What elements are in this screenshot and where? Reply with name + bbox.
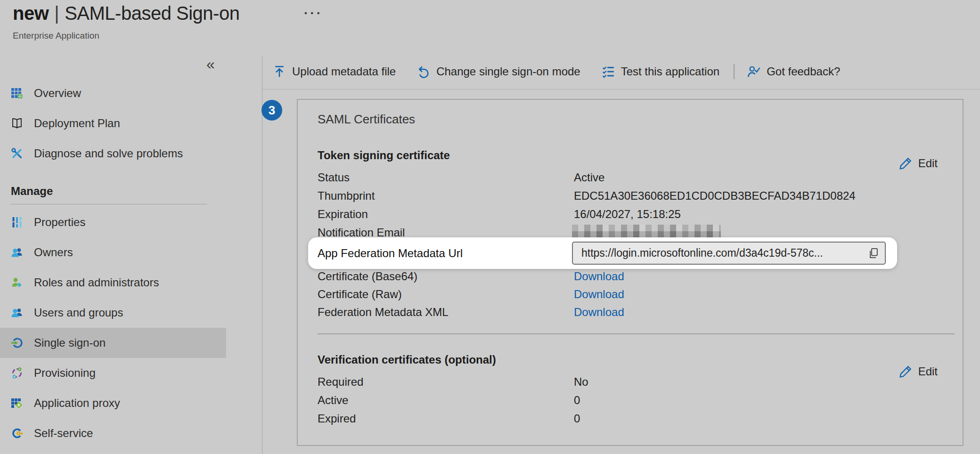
sidebar-item-label: Single sign-on	[34, 336, 106, 349]
sidebar-item-roles[interactable]: Roles and administrators	[0, 268, 226, 298]
copy-icon[interactable]	[867, 247, 880, 259]
token-certificate-heading: Token signing certificate	[318, 149, 450, 162]
download-raw-link[interactable]: Download	[574, 288, 624, 300]
status-row: Status Active	[298, 171, 963, 185]
sidebar-item-label: Roles and administrators	[34, 276, 159, 289]
edit-pencil-icon	[898, 155, 913, 171]
step-badge: 3	[261, 100, 282, 121]
roles-icon	[11, 276, 23, 289]
self-service-icon	[11, 427, 23, 439]
saml-certificates-card: SAML Certificates Token signing certific…	[297, 99, 964, 446]
single-sign-on-icon	[11, 337, 23, 349]
provisioning-icon	[11, 367, 23, 379]
sidebar-item-label: Application proxy	[34, 397, 120, 410]
azure-portal-screen: new|SAML-based Sign-on ··· Enterprise Ap…	[0, 0, 980, 454]
page-kind-title: SAML-based Sign-on	[65, 3, 239, 24]
required-label: Required	[318, 375, 363, 389]
expiration-value: 16/04/2027, 15:18:25	[574, 208, 681, 221]
metadata-url-label: App Federation Metadata Url	[318, 247, 463, 260]
sidebar-item-label: Owners	[34, 246, 73, 259]
sidebar-item-label: Overview	[34, 87, 81, 100]
verification-certificates-heading: Verification certificates (optional)	[318, 353, 496, 366]
sidebar-item-label: Provisioning	[34, 366, 96, 380]
status-label: Status	[318, 171, 350, 184]
test-application-button[interactable]: Test this application	[601, 65, 719, 79]
change-sso-mode-button[interactable]: Change single sign-on mode	[416, 65, 580, 79]
feedback-button[interactable]: Got feedback?	[747, 65, 840, 79]
sidebar-item-diagnose[interactable]: Diagnose and solve problems	[0, 138, 226, 169]
upload-metadata-button[interactable]: Upload metadata file	[272, 65, 396, 79]
toolbar-separator	[734, 64, 735, 79]
sidebar-section-manage: Manage	[11, 185, 53, 198]
command-bar: Upload metadata file Change single sign-…	[262, 57, 980, 87]
sidebar-divider	[262, 56, 262, 454]
status-value: Active	[574, 171, 604, 184]
page-title: new|SAML-based Sign-on	[13, 3, 239, 24]
certificate-base64-row: Certificate (Base64) Download	[298, 270, 963, 284]
page-subtitle: Enterprise Application	[13, 31, 239, 41]
sidebar-item-deployment-plan[interactable]: Deployment Plan	[0, 108, 226, 138]
active-value: 0	[574, 394, 580, 407]
owners-icon	[11, 246, 23, 259]
users-groups-icon	[11, 307, 23, 319]
more-options-button[interactable]: ···	[304, 7, 323, 20]
sidebar-item-label: Diagnose and solve problems	[34, 147, 183, 160]
sidebar-item-label: Self-service	[34, 427, 93, 440]
expired-value: 0	[574, 412, 580, 425]
federation-xml-label: Federation Metadata XML	[318, 306, 449, 319]
page-header: new|SAML-based Sign-on ··· Enterprise Ap…	[13, 3, 239, 41]
metadata-url-value: https://login.microsoftonline.com/d3a4c1…	[581, 247, 867, 259]
download-federation-xml-link[interactable]: Download	[574, 306, 624, 318]
metadata-url-field[interactable]: https://login.microsoftonline.com/d3a4c1…	[572, 242, 886, 265]
sidebar-item-self-service[interactable]: Self-service	[0, 418, 226, 448]
certificate-base64-label: Certificate (Base64)	[318, 270, 417, 283]
active-label: Active	[318, 394, 348, 407]
sidebar-item-label: Properties	[34, 216, 85, 229]
sidebar-item-overview[interactable]: Overview	[0, 78, 226, 108]
sidebar-item-users-groups[interactable]: Users and groups	[0, 298, 226, 328]
certificate-raw-row: Certificate (Raw) Download	[298, 288, 963, 302]
sidebar-section-divider	[11, 204, 207, 204]
app-name: new	[13, 3, 49, 24]
feedback-person-icon	[747, 65, 761, 79]
undo-arrow-icon	[416, 65, 431, 79]
sidebar-item-owners[interactable]: Owners	[0, 237, 226, 268]
sidebar-item-properties[interactable]: Properties	[0, 207, 226, 237]
required-value: No	[574, 375, 588, 389]
sidebar-item-provisioning[interactable]: Provisioning	[0, 358, 226, 388]
deployment-plan-icon	[11, 117, 23, 130]
thumbprint-value: EDC51A30E36068ED1CD0CDB3BECFAD34B71D0824	[574, 189, 856, 203]
sidebar-collapse-button[interactable]: «	[206, 57, 215, 72]
metadata-url-highlight: App Federation Metadata Url https://logi…	[308, 237, 897, 269]
expired-label: Expired	[318, 412, 356, 425]
thumbprint-row: Thumbprint EDC51A30E36068ED1CD0CDB3BECFA…	[298, 189, 963, 203]
command-bar-divider	[262, 89, 980, 89]
active-row: Active 0	[298, 394, 963, 408]
expired-row: Expired 0	[298, 412, 963, 426]
sidebar: « Overview Deployment Plan Diagnose and …	[0, 56, 262, 454]
thumbprint-label: Thumbprint	[318, 189, 375, 203]
sidebar-item-application-proxy[interactable]: Application proxy	[0, 388, 226, 418]
edit-token-certificate-button[interactable]: Edit	[898, 155, 938, 171]
card-title: SAML Certificates	[318, 112, 415, 127]
sidebar-item-label: Users and groups	[34, 306, 123, 319]
overview-icon	[11, 87, 23, 99]
checklist-icon	[601, 65, 615, 79]
upload-icon	[272, 65, 286, 79]
sidebar-item-label: Deployment Plan	[34, 117, 120, 130]
section-divider	[318, 333, 955, 334]
diagnose-icon	[11, 147, 23, 160]
required-row: Required No	[298, 375, 963, 389]
download-base64-link[interactable]: Download	[574, 270, 624, 283]
properties-icon	[11, 216, 23, 228]
application-proxy-icon	[11, 397, 23, 409]
expiration-label: Expiration	[318, 208, 368, 221]
title-separator: |	[54, 3, 59, 24]
expiration-row: Expiration 16/04/2027, 15:18:25	[298, 208, 963, 222]
sidebar-item-single-sign-on[interactable]: Single sign-on	[0, 328, 226, 358]
federation-metadata-xml-row: Federation Metadata XML Download	[298, 306, 963, 320]
redacted-email-value	[572, 225, 721, 238]
certificate-raw-label: Certificate (Raw)	[318, 288, 402, 301]
